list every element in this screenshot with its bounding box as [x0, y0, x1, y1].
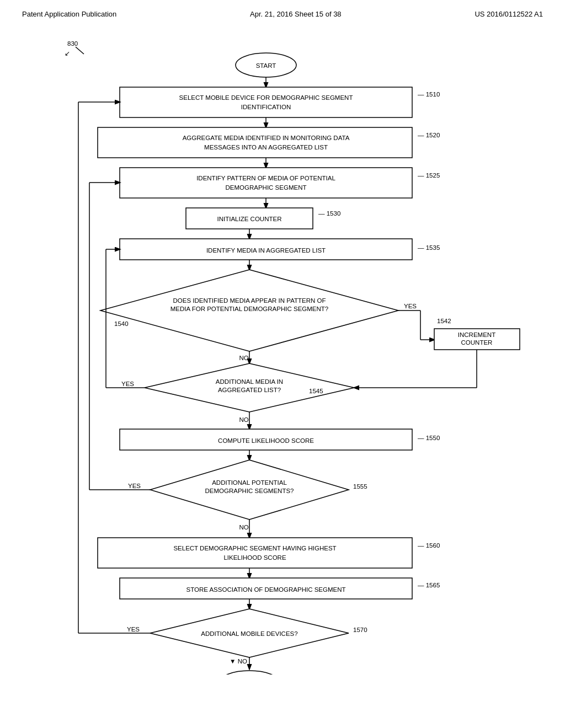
- diagram-container: 830 ↙ START SELECT MOBILE DEVICE FOR DEM…: [0, 24, 565, 688]
- ref-1510: — 1510: [418, 91, 440, 98]
- text-1510-line2: IDENTIFICATION: [241, 104, 291, 110]
- ref-1525: — 1525: [418, 172, 440, 179]
- text-1540-line1: DOES IDENTIFIED MEDIA APPEAR IN PATTERN …: [173, 297, 326, 304]
- start-label: START: [256, 62, 276, 69]
- text-1525-line2: DEMOGRAPHIC SEGMENT: [226, 184, 307, 191]
- ref-1535: — 1535: [418, 244, 440, 251]
- ref-1540: 1540: [114, 320, 129, 327]
- svg-line-0: [76, 47, 84, 54]
- text-1542-line1: INCREMENT: [458, 331, 495, 338]
- ref-1542: 1542: [437, 318, 451, 324]
- text-1542-line2: COUNTER: [461, 339, 493, 346]
- text-1510-line1: SELECT MOBILE DEVICE FOR DEMOGRAPHIC SEG…: [179, 94, 353, 101]
- ref-1565: — 1565: [418, 582, 440, 588]
- text-1560-line2: LIKELIHOOD SCORE: [223, 554, 286, 561]
- ref-1550: — 1550: [418, 435, 440, 441]
- header-center: Apr. 21, 2016 Sheet 15 of 38: [250, 10, 342, 18]
- ref-1555: 1555: [353, 483, 367, 490]
- text-1540-line2: MEDIA FOR POTENTIAL DEMOGRAPHIC SEGMENT?: [170, 306, 328, 312]
- flowchart-svg: 830 ↙ START SELECT MOBILE DEVICE FOR DEM…: [22, 29, 543, 675]
- text-1555-line2: DEMOGRAPHIC SEGMENTS?: [205, 488, 294, 494]
- text-1570: ADDITIONAL MOBILE DEVICES?: [201, 630, 297, 637]
- diagram-label: 830: [67, 40, 78, 47]
- no-label-1555: NO: [239, 524, 248, 531]
- ref-1560: — 1560: [418, 542, 440, 549]
- text-1525-line1: IDENTIFY PATTERN OF MEDIA OF POTENTIAL: [196, 175, 335, 181]
- text-1520-line2: MESSAGES INTO AN AGGREGATED LIST: [204, 144, 328, 151]
- text-1565: STORE ASSOCIATION OF DEMOGRAPHIC SEGMENT: [186, 586, 345, 593]
- yes-label-1540: YES: [404, 303, 417, 309]
- ref-1570: 1570: [353, 627, 367, 633]
- no-label-1570: ▼ NO: [230, 658, 247, 665]
- text-1535: IDENTIFY MEDIA IN AGGREGATED LIST: [206, 247, 326, 254]
- no-label-1540: NO: [239, 355, 248, 361]
- box-1560: [98, 538, 412, 568]
- text-1520-line1: AGGREGATE MEDIA IDENTIFIED IN MONITORING…: [183, 135, 350, 141]
- text-1530: INITIALIZE COUNTER: [217, 216, 282, 222]
- text-1560-line1: SELECT DEMOGRAPHIC SEGMENT HAVING HIGHES…: [173, 545, 336, 552]
- yes-label-1545: YES: [121, 381, 134, 387]
- ref-1545: 1545: [309, 388, 323, 394]
- header-right: US 2016/0112522 A1: [475, 10, 543, 18]
- yes-label-1555: YES: [128, 483, 141, 489]
- text-1545-line1: ADDITIONAL MEDIA IN: [216, 378, 283, 385]
- box-1525: [120, 168, 412, 198]
- text-1550: COMPUTE LIKELIHOOD SCORE: [218, 437, 314, 444]
- no-label-1545: NO: [239, 416, 248, 423]
- arrow-indicator: ↙: [65, 50, 70, 57]
- yes-label-1570: YES: [127, 626, 140, 633]
- ref-1530: — 1530: [318, 210, 340, 217]
- text-1555-line1: ADDITIONAL POTENTIAL: [212, 479, 287, 486]
- box-1510: [120, 87, 412, 117]
- end-oval: [219, 671, 280, 675]
- text-1545-line2: AGGREGATED LIST?: [218, 387, 281, 393]
- header-left: Patent Application Publication: [22, 10, 116, 18]
- page-header: Patent Application Publication Apr. 21, …: [0, 0, 565, 24]
- box-1520: [98, 127, 412, 158]
- ref-1520: — 1520: [418, 132, 440, 138]
